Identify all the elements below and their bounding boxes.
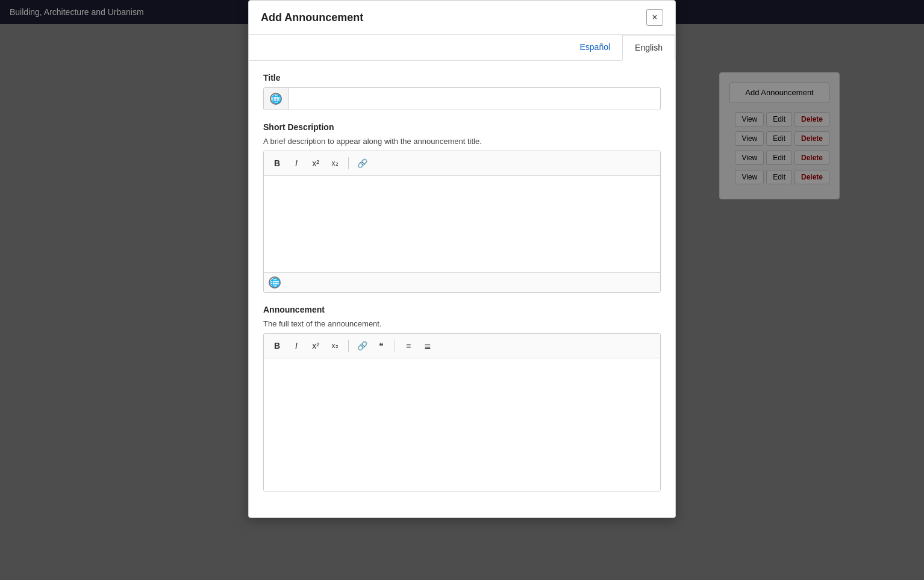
title-section: Title 🌐 xyxy=(263,73,661,110)
title-input-wrap: 🌐 xyxy=(263,87,661,110)
announcement-editor: B I x² x₂ 🔗 ❝ ≡ ≣ xyxy=(263,333,661,491)
superscript-button-ann[interactable]: x² xyxy=(307,337,324,354)
short-description-hint: A brief description to appear along with… xyxy=(263,137,661,146)
blockquote-icon: ❝ xyxy=(379,341,384,351)
link-icon-ann: 🔗 xyxy=(357,341,367,351)
tab-english[interactable]: English xyxy=(622,35,675,61)
short-description-label: Short Description xyxy=(263,122,661,132)
bold-button-short[interactable]: B xyxy=(269,155,286,172)
close-button[interactable]: × xyxy=(646,9,663,26)
globe-icon-short-desc: 🌐 xyxy=(269,276,281,288)
announcement-section: Announcement The full text of the announ… xyxy=(263,305,661,491)
ordered-list-button-ann[interactable]: ≣ xyxy=(419,337,436,354)
modal-header: Add Announcement × xyxy=(249,1,675,35)
toolbar-divider-ann-1 xyxy=(348,340,349,352)
subscript-icon-ann: x₂ xyxy=(332,341,339,350)
superscript-button-short[interactable]: x² xyxy=(307,155,324,172)
toolbar-divider-ann-2 xyxy=(395,340,395,352)
italic-icon-ann: I xyxy=(295,341,298,351)
italic-button-short[interactable]: I xyxy=(288,155,305,172)
short-desc-footer: 🌐 xyxy=(264,272,660,292)
subscript-button-short[interactable]: x₂ xyxy=(326,155,343,172)
announcement-label: Announcement xyxy=(263,305,661,314)
short-description-section: Short Description A brief description to… xyxy=(263,122,661,293)
modal-overlay: Add Announcement × Español English Title… xyxy=(0,0,924,580)
italic-button-ann[interactable]: I xyxy=(288,337,305,354)
ordered-list-icon: ≣ xyxy=(424,341,431,351)
modal-title: Add Announcement xyxy=(261,11,363,24)
bold-button-ann[interactable]: B xyxy=(269,337,286,354)
modal-body: Title 🌐 Short Description A brief descri… xyxy=(249,61,675,516)
tab-espanol[interactable]: Español xyxy=(567,35,622,60)
title-label: Title xyxy=(263,73,661,83)
link-button-short[interactable]: 🔗 xyxy=(354,155,370,172)
subscript-icon: x₂ xyxy=(332,159,339,167)
bold-icon: B xyxy=(274,158,280,168)
link-icon: 🔗 xyxy=(357,158,367,168)
globe-icon: 🌐 xyxy=(270,93,282,105)
announcement-input[interactable] xyxy=(264,358,660,491)
italic-icon: I xyxy=(295,158,298,168)
short-description-input[interactable] xyxy=(264,176,660,272)
title-input[interactable] xyxy=(289,89,660,108)
superscript-icon-ann: x² xyxy=(312,341,319,351)
language-tabs: Español English xyxy=(249,35,675,61)
globe-icon-wrap: 🌐 xyxy=(264,88,289,110)
add-announcement-modal: Add Announcement × Español English Title… xyxy=(248,0,676,518)
bullet-list-icon: ≡ xyxy=(406,341,411,351)
announcement-toolbar: B I x² x₂ 🔗 ❝ ≡ ≣ xyxy=(264,334,660,358)
bullet-list-button-ann[interactable]: ≡ xyxy=(400,337,417,354)
short-desc-toolbar: B I x² x₂ 🔗 xyxy=(264,151,660,176)
subscript-button-ann[interactable]: x₂ xyxy=(326,337,343,354)
short-description-editor: B I x² x₂ 🔗 🌐 xyxy=(263,151,661,293)
toolbar-divider-short xyxy=(348,157,349,169)
bold-icon-ann: B xyxy=(274,341,280,351)
announcement-hint: The full text of the announcement. xyxy=(263,319,661,328)
link-button-ann[interactable]: 🔗 xyxy=(354,337,370,354)
blockquote-button-ann[interactable]: ❝ xyxy=(373,337,390,354)
superscript-icon: x² xyxy=(312,158,319,168)
